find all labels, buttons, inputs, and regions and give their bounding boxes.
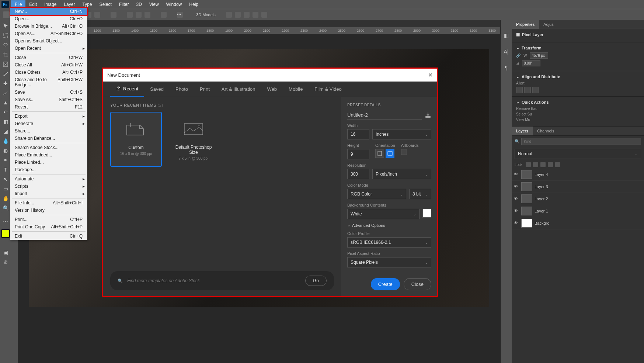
- height-input[interactable]: [347, 149, 369, 159]
- move-tool[interactable]: [1, 21, 10, 30]
- layer-filter-input[interactable]: [521, 138, 641, 145]
- link-wh-icon[interactable]: 🔗: [516, 53, 521, 58]
- width-input[interactable]: [530, 52, 548, 59]
- file-menu-item[interactable]: Print One CopyAlt+Shift+Ctrl+P: [10, 223, 87, 231]
- tab-photo[interactable]: Photo: [170, 82, 194, 97]
- close-button[interactable]: Close: [404, 278, 431, 290]
- fg-color-swatch[interactable]: [1, 229, 10, 238]
- tab-web[interactable]: Web: [261, 82, 283, 97]
- paragraph-panel-icon[interactable]: ¶: [502, 63, 511, 72]
- file-menu-item[interactable]: Place Embedded...: [10, 151, 87, 159]
- blend-mode-select[interactable]: Normal⌄: [515, 149, 641, 159]
- brush-tool[interactable]: [1, 89, 10, 97]
- stock-search-input[interactable]: [127, 278, 301, 283]
- file-menu-item[interactable]: Close OthersAlt+Ctrl+P: [10, 69, 87, 76]
- layer-row[interactable]: 👁Layer 2: [512, 193, 644, 205]
- tab-mobile[interactable]: Mobile: [283, 82, 309, 97]
- healing-tool[interactable]: ✚: [1, 79, 10, 88]
- bg-color-swatch[interactable]: [422, 209, 431, 218]
- angle-input[interactable]: [522, 60, 540, 66]
- 3d-opt-4-icon[interactable]: [253, 12, 258, 18]
- artboards-checkbox[interactable]: [401, 149, 407, 155]
- resolution-input[interactable]: [347, 169, 369, 179]
- file-menu-item[interactable]: Close AllAlt+Ctrl+W: [10, 61, 87, 69]
- eyedropper-tool[interactable]: [1, 69, 10, 78]
- distribute-h-icon[interactable]: [136, 12, 142, 18]
- file-menu-item[interactable]: Automate▸: [10, 175, 87, 183]
- character-panel-icon[interactable]: A|: [502, 47, 511, 56]
- file-menu-item[interactable]: Print...Ctrl+P: [10, 216, 87, 223]
- hand-tool[interactable]: ✋: [1, 194, 10, 203]
- tab-print[interactable]: Print: [194, 82, 216, 97]
- file-menu-item[interactable]: Browse in Bridge...Alt+Ctrl+O: [10, 23, 87, 30]
- path-tool[interactable]: ↖: [1, 175, 10, 184]
- align-left-btn[interactable]: [516, 87, 523, 93]
- 3d-opt-1-icon[interactable]: [226, 12, 232, 18]
- quick-actions-title[interactable]: Quick Actions: [522, 100, 549, 104]
- landscape-button[interactable]: [386, 149, 394, 158]
- more-icon[interactable]: •••: [177, 12, 183, 18]
- layer-row[interactable]: 👁Backgro: [512, 217, 644, 229]
- tab-art[interactable]: Art & Illustration: [216, 82, 261, 97]
- menu-3d[interactable]: 3D: [132, 0, 145, 8]
- layer-row[interactable]: 👁Layer 4: [512, 169, 644, 181]
- eraser-tool[interactable]: ◧: [1, 117, 10, 126]
- select-subject-btn[interactable]: Select Su: [516, 112, 532, 116]
- color-depth-select[interactable]: 8 bit⌄: [409, 189, 431, 199]
- more-tools[interactable]: ⋯: [1, 217, 10, 226]
- lock-all-icon[interactable]: [555, 162, 560, 167]
- view-more-link[interactable]: View Mo: [516, 118, 530, 122]
- align-right-btn[interactable]: [532, 87, 539, 93]
- channels-tab[interactable]: Channels: [533, 127, 558, 135]
- visibility-icon[interactable]: 👁: [514, 208, 519, 214]
- file-menu-item[interactable]: ExitCtrl+Q: [10, 232, 87, 240]
- go-button[interactable]: Go: [305, 276, 327, 286]
- move-tool-icon[interactable]: [3, 11, 10, 18]
- advanced-options-toggle[interactable]: ⌄Advanced Options: [347, 223, 431, 228]
- layer-row[interactable]: 👁Layer 3: [512, 181, 644, 193]
- visibility-icon[interactable]: 👁: [514, 196, 519, 201]
- properties-tab[interactable]: Properties: [512, 20, 539, 29]
- create-button[interactable]: Create: [371, 278, 400, 290]
- align-top-icon[interactable]: [111, 12, 116, 18]
- file-menu-item[interactable]: Share...: [10, 127, 87, 135]
- portrait-button[interactable]: [375, 149, 384, 158]
- remove-bg-btn[interactable]: Remove Bac: [516, 107, 537, 111]
- lock-pixels-icon[interactable]: [533, 162, 538, 167]
- frame-tool[interactable]: [1, 60, 10, 69]
- layer-row[interactable]: 👁Layer 1: [512, 205, 644, 217]
- distribute-4-icon[interactable]: [161, 12, 167, 18]
- shape-tool[interactable]: ▭: [1, 184, 10, 193]
- file-menu-item[interactable]: SaveCtrl+S: [10, 89, 87, 96]
- gradient-tool[interactable]: ◢: [1, 127, 10, 136]
- file-menu-item[interactable]: Search Adobe Stock...: [10, 144, 87, 151]
- file-menu-item[interactable]: Share on Behance...: [10, 135, 87, 142]
- menu-filter[interactable]: Filter: [115, 0, 133, 8]
- file-menu-item[interactable]: New...Ctrl+N: [10, 7, 88, 16]
- visibility-icon[interactable]: 👁: [514, 184, 519, 189]
- visibility-icon[interactable]: 👁: [514, 172, 519, 177]
- file-menu-item[interactable]: Generate▸: [10, 120, 87, 127]
- lock-position-icon[interactable]: [540, 162, 546, 167]
- lock-transparency-icon[interactable]: [526, 162, 531, 167]
- dodge-tool[interactable]: ◐: [1, 146, 10, 155]
- file-menu-item[interactable]: RevertF12: [10, 103, 87, 111]
- layers-tab[interactable]: Layers: [512, 127, 533, 135]
- pen-tool[interactable]: ✒: [1, 156, 10, 165]
- distribute-3-icon[interactable]: [145, 12, 150, 18]
- width-unit-select[interactable]: Inches⌄: [372, 129, 431, 139]
- zoom-tool[interactable]: 🔍: [1, 204, 10, 212]
- stamp-tool[interactable]: ▲: [1, 98, 10, 107]
- color-panel-icon[interactable]: ◧: [502, 31, 511, 40]
- file-menu-item[interactable]: Scripts▸: [10, 183, 87, 190]
- file-menu-item[interactable]: Package...: [10, 166, 87, 173]
- distribute-v-icon[interactable]: [127, 12, 133, 18]
- file-menu-item[interactable]: Version History: [10, 207, 87, 214]
- transform-section-title[interactable]: Transform: [522, 46, 542, 50]
- save-preset-icon[interactable]: [425, 112, 431, 118]
- type-tool[interactable]: T: [1, 165, 10, 174]
- quick-mask-icon[interactable]: ▣: [1, 248, 10, 257]
- file-menu-item[interactable]: Open as Smart Object...: [10, 37, 87, 45]
- file-menu-item[interactable]: File Info...Alt+Shift+Ctrl+I: [10, 199, 87, 207]
- tab-recent[interactable]: ⏱Recent: [110, 82, 144, 97]
